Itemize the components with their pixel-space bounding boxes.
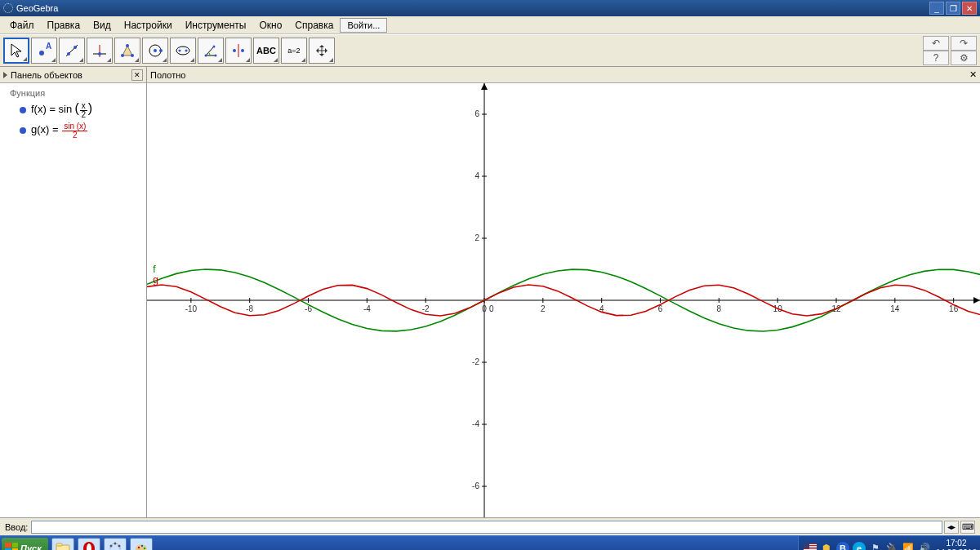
tool-perpendicular[interactable]	[87, 38, 113, 64]
svg-point-7	[98, 52, 101, 55]
svg-text:2: 2	[474, 233, 479, 242]
tool-circle[interactable]	[142, 38, 168, 64]
login-button[interactable]: Войти...	[340, 18, 387, 33]
tool-angle[interactable]	[198, 38, 224, 64]
redo-button[interactable]: ↷	[951, 36, 977, 51]
close-button[interactable]: ✕	[962, 2, 977, 15]
svg-point-76	[118, 544, 120, 547]
taskbar-explorer[interactable]	[51, 538, 74, 551]
clock-time: 17:02	[936, 539, 977, 548]
function-g-row[interactable]: g(x) = sin (x)2	[3, 121, 143, 141]
taskbar-paint[interactable]	[130, 538, 153, 551]
f-lhs: f(x) = sin	[31, 103, 72, 115]
function-g-visibility-toggle[interactable]	[20, 127, 26, 134]
slider-tool-label: a=2	[287, 47, 300, 55]
taskbar-geogebra[interactable]	[104, 538, 127, 551]
tool-slider[interactable]: a=2	[281, 38, 307, 64]
tray-bluetooth-icon[interactable]: B	[836, 542, 849, 551]
graphics-close-button[interactable]: ✕	[969, 69, 977, 80]
svg-text:-4: -4	[363, 304, 371, 313]
input-keyboard-button[interactable]: ⌨	[960, 521, 975, 534]
function-f-visibility-toggle[interactable]	[20, 107, 26, 113]
menubar: Файл Правка Вид Настройки Инструменты Ок…	[0, 16, 980, 34]
svg-rect-71	[56, 543, 62, 546]
tool-text[interactable]: ABC	[253, 38, 279, 64]
algebra-panel-title: Панель объектов	[11, 70, 82, 80]
windows-taskbar: Пуск ⬢ B e ⚑ 🔌 📶 🔊 17:02 14.03.2016	[0, 535, 980, 550]
svg-text:-2: -2	[422, 304, 430, 313]
tray-flag-icon[interactable]: ⚑	[869, 542, 882, 551]
algebra-category: Функция	[3, 86, 143, 100]
algebra-close-button[interactable]: ✕	[131, 69, 143, 81]
svg-point-82	[141, 544, 143, 546]
settings-button[interactable]: ⚙	[951, 51, 977, 65]
tool-ellipse[interactable]	[170, 38, 196, 64]
svg-point-81	[138, 546, 140, 548]
svg-text:4: 4	[474, 171, 479, 180]
svg-point-12	[154, 49, 157, 52]
svg-text:-4: -4	[472, 419, 479, 428]
svg-point-75	[109, 544, 112, 547]
graphics-view: Полотно ✕ -10-8-6-4-20246810121416-6-4-2…	[147, 67, 980, 517]
menu-help[interactable]: Справка	[288, 18, 340, 33]
svg-point-8	[121, 54, 124, 57]
svg-point-9	[126, 44, 129, 47]
taskbar-opera[interactable]	[78, 538, 100, 551]
tray-volume-icon[interactable]: 🔊	[918, 542, 931, 551]
tray-power-icon[interactable]: 🔌	[885, 542, 898, 551]
svg-point-16	[185, 50, 188, 52]
svg-point-14	[176, 47, 189, 55]
svg-point-22	[241, 49, 244, 52]
svg-text:A: A	[46, 42, 51, 51]
tool-point[interactable]: A	[31, 38, 57, 64]
menu-view[interactable]: Вид	[87, 18, 118, 33]
tray-ie-icon[interactable]: e	[853, 542, 866, 551]
svg-text:8: 8	[717, 304, 722, 313]
svg-text:0: 0	[489, 304, 494, 313]
menu-file[interactable]: Файл	[3, 18, 41, 33]
collapse-icon	[3, 72, 7, 78]
menu-tools[interactable]: Инструменты	[179, 18, 253, 33]
undo-button[interactable]: ↶	[923, 36, 949, 51]
window-titlebar: GeoGebra _ ❐ ✕	[0, 0, 980, 16]
tool-polygon[interactable]	[114, 38, 140, 64]
svg-text:-2: -2	[472, 357, 479, 366]
graphics-header[interactable]: Полотно ✕	[147, 67, 980, 83]
menu-window[interactable]: Окно	[252, 18, 288, 33]
start-label: Пуск	[20, 543, 42, 551]
tool-move[interactable]	[3, 38, 29, 64]
svg-point-83	[144, 547, 145, 548]
tray-shield-icon[interactable]: ⬢	[820, 542, 833, 551]
menu-edit[interactable]: Правка	[41, 18, 87, 33]
minimize-button[interactable]: _	[929, 2, 944, 15]
svg-point-10	[131, 54, 134, 57]
tray-network-icon[interactable]: 📶	[902, 542, 915, 551]
toolbar: A ABC a=2 ↶ ↷ ? ⚙	[0, 34, 980, 67]
tool-move-view[interactable]	[309, 38, 335, 64]
input-label: Ввод:	[5, 522, 28, 532]
tool-reflect[interactable]	[225, 38, 252, 64]
maximize-button[interactable]: ❐	[946, 2, 960, 15]
svg-text:f: f	[153, 264, 156, 275]
help-button[interactable]: ?	[923, 51, 949, 65]
system-tray: ⬢ B e ⚑ 🔌 📶 🔊 17:02 14.03.2016	[798, 536, 980, 550]
svg-point-0	[39, 51, 44, 55]
graphics-title: Полотно	[150, 70, 185, 80]
windows-flag-icon	[5, 543, 18, 551]
tray-clock[interactable]: 17:02 14.03.2016	[936, 539, 977, 551]
svg-point-3	[67, 52, 70, 55]
tray-lang-icon[interactable]	[804, 542, 817, 551]
function-f-row[interactable]: f(x) = sin (x2)	[3, 100, 143, 121]
start-button[interactable]: Пуск	[2, 538, 48, 551]
svg-text:0: 0	[482, 304, 487, 313]
plot-canvas[interactable]: -10-8-6-4-20246810121416-6-4-22460fg	[147, 83, 980, 517]
tool-line[interactable]	[59, 38, 85, 64]
menu-settings[interactable]: Настройки	[118, 18, 179, 33]
command-input[interactable]	[31, 521, 942, 534]
input-dropdown-button[interactable]: ◂▸	[944, 521, 959, 534]
svg-rect-91	[804, 543, 809, 548]
g-lhs: g(x) =	[31, 123, 61, 135]
svg-point-17	[205, 55, 207, 57]
svg-point-13	[159, 49, 163, 52]
algebra-panel-header[interactable]: Панель объектов ✕	[0, 67, 146, 83]
